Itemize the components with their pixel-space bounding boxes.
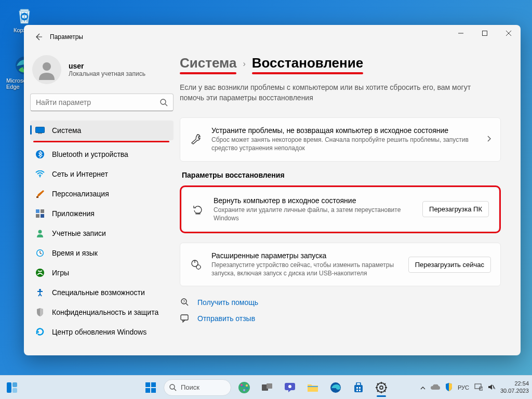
reset-pc-button[interactable]: Перезагрузка ПК — [422, 201, 489, 217]
svg-rect-35 — [151, 388, 156, 393]
svg-point-21 — [39, 289, 41, 291]
bluetooth-icon — [35, 150, 45, 159]
user-block[interactable]: user Локальная учетная запись — [30, 51, 174, 94]
feedback-link[interactable]: Отправить отзыв — [180, 314, 501, 323]
svg-point-40 — [246, 384, 248, 387]
volume-icon[interactable] — [488, 384, 495, 391]
taskbar-earth[interactable] — [234, 378, 254, 397]
svg-rect-31 — [12, 388, 17, 393]
nav-accessibility[interactable]: Специальные возможности — [30, 283, 174, 302]
svg-rect-50 — [359, 387, 361, 389]
svg-line-57 — [493, 385, 495, 389]
brush-icon — [35, 189, 45, 198]
advanced-title: Расширенные параметры запуска — [211, 251, 399, 260]
svg-rect-55 — [475, 384, 481, 389]
troubleshoot-sub: Сброс может занять некоторое время. Снач… — [211, 136, 477, 152]
search-input[interactable] — [36, 98, 160, 107]
folder-icon — [307, 383, 318, 392]
task-view-button[interactable] — [257, 378, 277, 397]
store-button[interactable] — [349, 378, 368, 397]
nav-accounts[interactable]: Учетные записи — [30, 223, 174, 243]
widgets-icon — [6, 381, 18, 394]
start-button[interactable] — [141, 378, 161, 397]
user-subtitle: Локальная учетная запись — [69, 70, 145, 77]
onedrive-icon[interactable] — [431, 384, 440, 391]
svg-rect-30 — [12, 382, 17, 387]
help-icon: ? — [180, 298, 190, 307]
tray-chevron-icon[interactable] — [420, 384, 425, 391]
breadcrumb: Система › Восстановление — [180, 55, 363, 71]
minimize-button[interactable] — [449, 25, 473, 42]
security-icon[interactable] — [445, 383, 453, 392]
settings-button[interactable] — [371, 378, 391, 397]
troubleshoot-card[interactable]: Устраните проблемы, не возвращая компьют… — [180, 117, 501, 161]
svg-rect-16 — [41, 214, 44, 218]
breadcrumb-root[interactable]: Система — [180, 55, 236, 71]
help-links: ? Получить помощь Отправить отзыв — [180, 298, 501, 323]
recycle-bin-icon — [14, 4, 35, 26]
edge-button[interactable] — [326, 378, 345, 397]
back-button[interactable] — [30, 29, 47, 45]
sidebar: user Локальная учетная запись Система Bl… — [24, 49, 180, 355]
widgets-button[interactable] — [2, 378, 22, 397]
nav-games[interactable]: Игры — [30, 263, 174, 283]
nav-privacy[interactable]: Конфиденциальность и защита — [30, 302, 174, 322]
chat-button[interactable] — [280, 378, 300, 397]
nav-network[interactable]: Сеть и Интернет — [30, 164, 174, 184]
svg-rect-48 — [354, 385, 363, 392]
restart-now-button[interactable]: Перезагрузить сейчас — [408, 257, 491, 273]
nav-bluetooth[interactable]: Bluetooth и устройства — [30, 144, 174, 164]
earth-icon — [237, 381, 251, 394]
apps-icon — [35, 209, 45, 218]
explorer-button[interactable] — [303, 378, 323, 397]
clock[interactable]: 22:54 30.07.2023 — [500, 380, 529, 394]
annotation-highlight: Вернуть компьютер в исходное состояние С… — [180, 185, 501, 233]
svg-point-25 — [196, 265, 201, 269]
get-help-link[interactable]: ? Получить помощь — [180, 298, 501, 307]
svg-rect-32 — [145, 382, 150, 387]
svg-rect-9 — [38, 133, 42, 134]
search-box[interactable] — [30, 94, 174, 111]
breadcrumb-page: Восстановление — [252, 55, 363, 71]
nav-update-label: Центр обновления Windows — [52, 328, 147, 336]
svg-text:?: ? — [183, 299, 185, 304]
chevron-right-icon: › — [243, 59, 245, 69]
svg-point-38 — [238, 382, 250, 393]
svg-rect-28 — [181, 315, 188, 320]
nav-system[interactable]: Система — [30, 121, 174, 140]
nav-bluetooth-label: Bluetooth и устройства — [52, 150, 128, 158]
nav-apps[interactable]: Приложения — [30, 204, 174, 223]
svg-rect-4 — [483, 31, 487, 36]
close-button[interactable] — [497, 25, 521, 42]
language-indicator[interactable]: РУС — [458, 384, 469, 391]
wifi-icon — [35, 169, 45, 179]
svg-rect-43 — [267, 383, 272, 389]
nav-time[interactable]: Время и язык — [30, 243, 174, 263]
nav-personalization[interactable]: Персонализация — [30, 184, 174, 204]
svg-line-37 — [174, 389, 176, 391]
svg-point-54 — [380, 386, 383, 389]
nav-games-label: Игры — [52, 269, 69, 277]
svg-rect-1 — [20, 9, 29, 11]
search-icon — [169, 384, 177, 391]
svg-rect-12 — [36, 196, 38, 198]
maximize-button[interactable] — [473, 25, 497, 42]
nav-time-label: Время и язык — [52, 249, 98, 257]
taskbar-search[interactable]: Поиск — [164, 379, 231, 396]
content-area: Система › Восстановление Если у вас возн… — [180, 49, 521, 355]
network-tray-icon[interactable] — [474, 383, 483, 392]
reset-title: Вернуть компьютер в исходное состояние — [214, 196, 413, 205]
annotation-underline — [33, 141, 169, 142]
nav-update[interactable]: Центр обновления Windows — [30, 322, 174, 342]
window-title: Параметры — [50, 33, 83, 41]
svg-point-41 — [243, 389, 245, 391]
svg-rect-29 — [7, 382, 11, 393]
nav-accessibility-label: Специальные возможности — [52, 288, 145, 297]
svg-line-7 — [165, 104, 167, 106]
reset-pc-card: Вернуть компьютер в исходное состояние С… — [182, 188, 498, 231]
nav-accounts-label: Учетные записи — [52, 229, 106, 237]
nav-network-label: Сеть и Интернет — [52, 170, 108, 178]
accessibility-icon — [35, 288, 45, 297]
shield-icon — [35, 308, 45, 317]
back-arrow-icon — [34, 33, 43, 41]
